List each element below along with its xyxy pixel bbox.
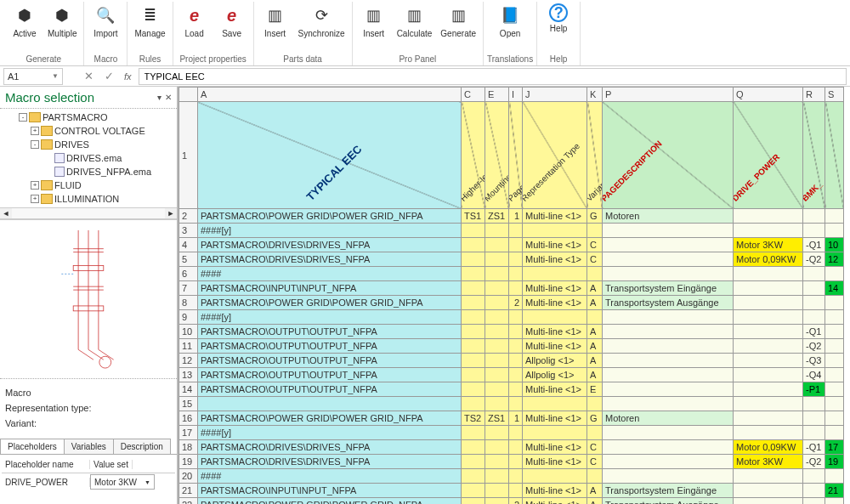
- cell[interactable]: [509, 426, 523, 440]
- tree-node[interactable]: -PARTSMACRO: [7, 110, 177, 124]
- tree-node[interactable]: +CONTROL VOLTAGE: [7, 124, 177, 138]
- pane-pin-icon[interactable]: ▾: [157, 93, 162, 102]
- row-header[interactable]: 18: [179, 440, 198, 455]
- cell[interactable]: ####[y]: [198, 224, 462, 238]
- cell[interactable]: [825, 354, 844, 368]
- cell[interactable]: A: [587, 296, 603, 310]
- cell[interactable]: [509, 252, 523, 267]
- cell[interactable]: 2: [509, 498, 523, 505]
- cell[interactable]: Motor 0,09KW: [734, 252, 803, 267]
- cell[interactable]: [603, 397, 734, 411]
- cell[interactable]: [603, 469, 734, 484]
- row-header[interactable]: 14: [179, 382, 198, 397]
- row-header[interactable]: 11: [179, 339, 198, 354]
- cell[interactable]: C: [587, 440, 603, 455]
- cell[interactable]: [825, 209, 844, 224]
- cell[interactable]: [825, 411, 844, 426]
- cell[interactable]: -Q2: [803, 339, 825, 354]
- synchronize-button[interactable]: ⟳Synchronize: [295, 2, 348, 40]
- cell[interactable]: ####: [198, 267, 462, 281]
- cell[interactable]: [462, 455, 485, 469]
- scroll-left-icon[interactable]: ◄: [0, 208, 12, 218]
- cell[interactable]: Multi-line <1>: [523, 440, 587, 455]
- cell[interactable]: Motoren: [603, 411, 734, 426]
- insert-panel-button[interactable]: ▥Insert: [356, 2, 392, 40]
- row-header[interactable]: 3: [179, 224, 198, 238]
- row-header[interactable]: 12: [179, 354, 198, 368]
- cell[interactable]: [462, 281, 485, 296]
- cell[interactable]: [462, 354, 485, 368]
- column-header[interactable]: P: [603, 88, 734, 102]
- row-header[interactable]: 2: [179, 209, 198, 224]
- cell[interactable]: 2: [509, 296, 523, 310]
- generate-panel-button[interactable]: ▥Generate: [437, 2, 479, 40]
- cell[interactable]: Transportsystem Ausgänge: [603, 296, 734, 310]
- row-header[interactable]: 10: [179, 325, 198, 339]
- cell[interactable]: [485, 310, 509, 325]
- cell[interactable]: A: [587, 498, 603, 505]
- cell[interactable]: [462, 252, 485, 267]
- cell[interactable]: PARTSMACRO\DRIVES\DRIVES_NFPA: [198, 440, 462, 455]
- cell[interactable]: PARTSMACRO\OUTPUT\OUTPUT_NFPA: [198, 368, 462, 382]
- row-header[interactable]: 19: [179, 455, 198, 469]
- cell[interactable]: 17: [825, 440, 844, 455]
- row-header[interactable]: 15: [179, 397, 198, 411]
- value-set-dropdown[interactable]: Motor 3KW ▼: [90, 474, 155, 490]
- confirm-icon[interactable]: ✓: [100, 68, 117, 85]
- cell[interactable]: Multi-line <1>: [523, 238, 587, 252]
- cell[interactable]: [462, 484, 485, 498]
- row-header[interactable]: 20: [179, 469, 198, 484]
- header-cell[interactable]: Mounting location: [485, 102, 509, 209]
- cell[interactable]: [734, 224, 803, 238]
- cell[interactable]: A: [587, 484, 603, 498]
- cell[interactable]: [587, 224, 603, 238]
- cell[interactable]: [603, 238, 734, 252]
- cell[interactable]: ####[y]: [198, 310, 462, 325]
- cell[interactable]: PARTSMACRO\DRIVES\DRIVES_NFPA: [198, 455, 462, 469]
- cell[interactable]: [462, 469, 485, 484]
- cell[interactable]: [462, 238, 485, 252]
- cell[interactable]: [485, 498, 509, 505]
- cell[interactable]: [734, 469, 803, 484]
- cell[interactable]: Motoren: [603, 209, 734, 224]
- cell[interactable]: [485, 325, 509, 339]
- cell[interactable]: [198, 397, 462, 411]
- multiple-button[interactable]: ⬢Multiple: [44, 2, 80, 40]
- cell[interactable]: [734, 484, 803, 498]
- cell[interactable]: -Q3: [803, 354, 825, 368]
- cell[interactable]: 21: [825, 484, 844, 498]
- cell[interactable]: Transportsystem Eingänge: [603, 484, 734, 498]
- open-translations-button[interactable]: 📘Open: [492, 2, 528, 40]
- tree-node[interactable]: +FLUID: [7, 178, 177, 192]
- cell[interactable]: [734, 209, 803, 224]
- cell[interactable]: PARTSMACRO\OUTPUT\OUTPUT_NFPA: [198, 382, 462, 397]
- cell[interactable]: Multi-line <1>: [523, 325, 587, 339]
- cell[interactable]: [587, 397, 603, 411]
- pane-close-icon[interactable]: ✕: [165, 93, 172, 102]
- cell[interactable]: PARTSMACRO\DRIVES\DRIVES_NFPA: [198, 238, 462, 252]
- name-box[interactable]: A1 ▼: [3, 68, 63, 85]
- cell[interactable]: E: [587, 382, 603, 397]
- cell[interactable]: 10: [825, 238, 844, 252]
- cell[interactable]: [803, 281, 825, 296]
- cell[interactable]: [603, 310, 734, 325]
- cell[interactable]: [462, 368, 485, 382]
- cell[interactable]: [803, 296, 825, 310]
- cell[interactable]: [485, 281, 509, 296]
- cell[interactable]: [825, 224, 844, 238]
- formula-input[interactable]: [139, 68, 847, 85]
- cell[interactable]: PARTSMACRO\POWER GRID\POWER GRID_NFPA: [198, 296, 462, 310]
- cell[interactable]: Multi-line <1>: [523, 296, 587, 310]
- cell[interactable]: PARTSMACRO\OUTPUT\OUTPUT_NFPA: [198, 354, 462, 368]
- cell[interactable]: A: [587, 281, 603, 296]
- cell[interactable]: [734, 267, 803, 281]
- cell[interactable]: [509, 354, 523, 368]
- cell[interactable]: C: [587, 252, 603, 267]
- spreadsheet[interactable]: ACEIJKPQRS1TYPICAL EECHigher-level funct…: [178, 87, 850, 504]
- cell[interactable]: [603, 354, 734, 368]
- cell[interactable]: [485, 469, 509, 484]
- header-cell[interactable]: Variant: [587, 102, 603, 209]
- cell[interactable]: PARTSMACRO\INPUT\INPUT_NFPA: [198, 281, 462, 296]
- cell[interactable]: Multi-line <1>: [523, 411, 587, 426]
- cell[interactable]: PARTSMACRO\OUTPUT\OUTPUT_NFPA: [198, 325, 462, 339]
